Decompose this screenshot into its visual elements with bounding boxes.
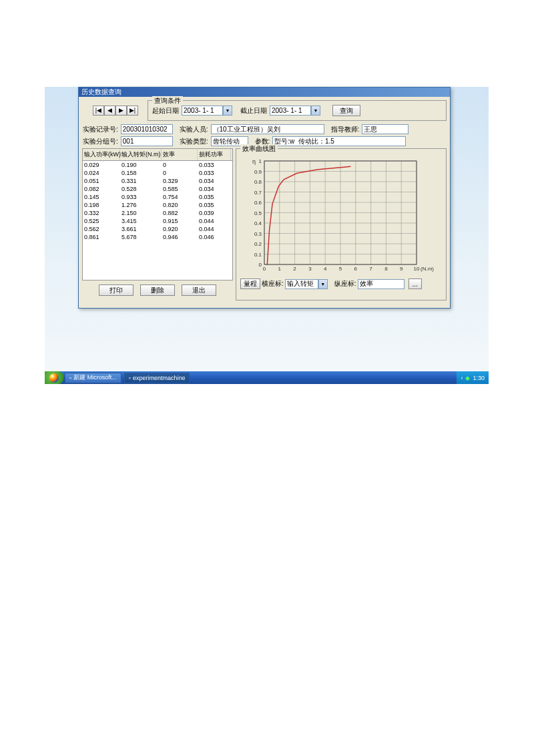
- table-row[interactable]: 0.5253.4150.9150.044: [83, 217, 232, 225]
- more-button[interactable]: ...: [409, 278, 422, 289]
- app-icon: ▫: [69, 375, 71, 381]
- column-header[interactable]: 输入功率(kW): [83, 149, 120, 160]
- start-date-input[interactable]: [182, 106, 223, 116]
- chevron-down-icon[interactable]: ▼: [311, 106, 320, 116]
- taskbar-item[interactable]: ▫新建 Microsoft...: [65, 373, 121, 383]
- column-header[interactable]: 效率: [162, 149, 198, 160]
- group-no-input[interactable]: [121, 136, 173, 146]
- svg-text:6: 6: [354, 266, 358, 272]
- table-row[interactable]: 0.0240.15800.033: [83, 169, 232, 177]
- table-row[interactable]: 0.1450.9330.7540.035: [83, 193, 232, 201]
- table-row[interactable]: 0.8615.6780.9460.046: [83, 233, 232, 241]
- svg-text:2: 2: [293, 266, 296, 272]
- record-no-label: 实验记录号:: [83, 125, 118, 134]
- svg-text:0.1: 0.1: [254, 252, 262, 258]
- range-button[interactable]: 量程: [240, 278, 260, 289]
- table-row[interactable]: 0.5623.6610.9200.044: [83, 225, 232, 233]
- svg-text:0.3: 0.3: [254, 231, 262, 237]
- svg-text:0.5: 0.5: [254, 210, 262, 216]
- svg-text:0: 0: [263, 266, 266, 272]
- svg-text:8: 8: [384, 266, 388, 272]
- person-label: 实验人员:: [180, 125, 208, 134]
- query-conditions-group: 查询条件 起始日期 ▼ 截止日期 ▼ 查询: [148, 100, 447, 121]
- x-axis-input[interactable]: [285, 279, 318, 289]
- start-button[interactable]: [45, 371, 63, 384]
- tray-back-icon[interactable]: ‹: [461, 375, 463, 381]
- window-title: 历史数据查询: [81, 87, 121, 97]
- efficiency-chart: 01234567891000.10.20.30.40.50.60.70.80.9…: [240, 154, 442, 276]
- taskbar: ▫新建 Microsoft...▫experimentmachine ‹ ◆ 1…: [45, 371, 489, 384]
- x-axis-label: 横座标:: [262, 279, 284, 289]
- column-header[interactable]: 损耗功率: [198, 149, 231, 160]
- data-grid[interactable]: 输入功率(kW)输入转矩(N.m)效率损耗功率 0.0290.19000.033…: [82, 148, 233, 280]
- y-axis-label: 纵座标:: [334, 279, 356, 289]
- delete-button[interactable]: 删除: [140, 285, 175, 296]
- svg-text:η: η: [252, 158, 256, 165]
- svg-text:0.7: 0.7: [254, 190, 262, 196]
- taskbar-item[interactable]: ▫experimentmachine: [124, 373, 190, 383]
- svg-text:9: 9: [400, 266, 403, 272]
- nav-last-button[interactable]: ▶|: [127, 106, 138, 116]
- start-date-combo[interactable]: ▼: [182, 106, 232, 116]
- teacher-input[interactable]: [362, 124, 409, 134]
- svg-text:0.6: 0.6: [254, 200, 262, 206]
- svg-text:1: 1: [259, 158, 262, 164]
- end-date-combo[interactable]: ▼: [270, 106, 320, 116]
- record-no-input[interactable]: [121, 124, 173, 134]
- svg-text:10: 10: [414, 266, 420, 272]
- table-row[interactable]: 0.1981.2760.8200.035: [83, 201, 232, 209]
- table-row[interactable]: 0.0290.19000.033: [83, 161, 232, 169]
- chart-area: 01234567891000.10.20.30.40.50.60.70.80.9…: [240, 154, 442, 276]
- svg-text:3: 3: [308, 266, 312, 272]
- svg-text:0.8: 0.8: [254, 179, 262, 185]
- column-header[interactable]: 输入转矩(N.m): [120, 149, 162, 160]
- query-button[interactable]: 查询: [332, 105, 360, 116]
- nav-first-button[interactable]: |◀: [93, 106, 104, 116]
- end-date-label: 截止日期: [240, 106, 267, 116]
- start-date-label: 起始日期: [152, 106, 179, 116]
- svg-text:7: 7: [369, 266, 372, 272]
- system-tray[interactable]: ‹ ◆ 1:30: [457, 371, 489, 384]
- svg-text:0.9: 0.9: [254, 169, 262, 175]
- chart-group-label: 效率曲线图: [240, 144, 278, 154]
- desktop: 历史数据查询 |◀ ◀ ▶ ▶| 查询条件 起始日期: [45, 87, 489, 384]
- svg-text:1: 1: [278, 266, 282, 272]
- tray-shield-icon[interactable]: ◆: [465, 375, 470, 381]
- group-no-label: 实验分组号:: [83, 137, 118, 146]
- teacher-label: 指导教师:: [331, 125, 360, 134]
- app-window: 历史数据查询 |◀ ◀ ▶ ▶| 查询条件 起始日期: [78, 87, 451, 309]
- chart-group: 效率曲线图 01234567891000.10.20.30.40.50.60.7…: [236, 148, 447, 301]
- svg-text:(N.m): (N.m): [421, 266, 434, 272]
- title-bar[interactable]: 历史数据查询: [79, 87, 450, 97]
- chevron-down-icon[interactable]: ▼: [223, 106, 232, 116]
- table-row[interactable]: 0.0510.3310.3290.034: [83, 177, 232, 185]
- print-button[interactable]: 打印: [99, 285, 134, 296]
- person-input[interactable]: [211, 124, 324, 134]
- svg-text:0.2: 0.2: [254, 241, 262, 247]
- params-input[interactable]: [272, 136, 406, 146]
- windows-icon: [49, 373, 59, 383]
- query-group-label: 查询条件: [152, 96, 183, 106]
- app-icon: ▫: [129, 375, 131, 381]
- svg-text:4: 4: [324, 266, 327, 272]
- end-date-input[interactable]: [270, 106, 311, 116]
- nav-next-button[interactable]: ▶: [115, 106, 127, 116]
- y-axis-input[interactable]: [358, 279, 405, 289]
- table-row[interactable]: 0.3322.1500.8820.039: [83, 209, 232, 217]
- svg-text:5: 5: [339, 266, 342, 272]
- chevron-down-icon[interactable]: ▼: [318, 279, 328, 289]
- nav-prev-button[interactable]: ◀: [104, 106, 115, 116]
- exit-button[interactable]: 退出: [182, 285, 216, 296]
- svg-text:0: 0: [259, 262, 262, 268]
- svg-text:0.4: 0.4: [254, 220, 262, 226]
- type-label: 实验类型:: [180, 137, 208, 146]
- x-axis-combo[interactable]: ▼: [285, 279, 328, 289]
- table-row[interactable]: 0.0820.5280.5850.034: [83, 185, 232, 193]
- clock[interactable]: 1:30: [473, 375, 485, 381]
